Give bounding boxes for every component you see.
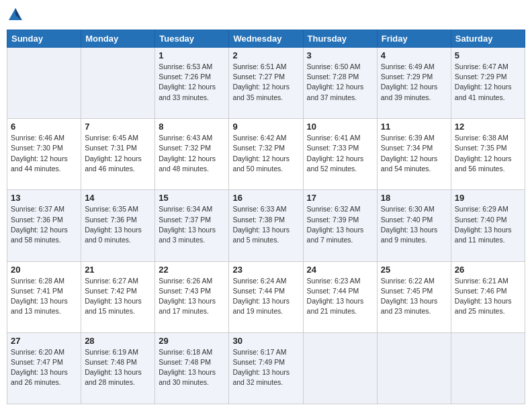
calendar-cell: 6Sunrise: 6:46 AM Sunset: 7:30 PM Daylig… (7, 119, 81, 190)
calendar-cell: 10Sunrise: 6:41 AM Sunset: 7:33 PM Dayli… (303, 119, 377, 190)
calendar-week-row: 27Sunrise: 6:20 AM Sunset: 7:47 PM Dayli… (7, 332, 525, 404)
calendar-cell (303, 332, 377, 404)
calendar-cell: 24Sunrise: 6:23 AM Sunset: 7:44 PM Dayli… (303, 261, 377, 332)
calendar-cell: 29Sunrise: 6:18 AM Sunset: 7:48 PM Dayli… (155, 332, 229, 404)
calendar-week-row: 20Sunrise: 6:28 AM Sunset: 7:41 PM Dayli… (7, 261, 525, 332)
day-info: Sunrise: 6:33 AM Sunset: 7:38 PM Dayligh… (232, 204, 299, 245)
calendar-cell: 16Sunrise: 6:33 AM Sunset: 7:38 PM Dayli… (229, 190, 303, 261)
calendar-cell (81, 48, 155, 119)
day-number: 8 (159, 122, 225, 132)
calendar-cell: 23Sunrise: 6:24 AM Sunset: 7:44 PM Dayli… (229, 261, 303, 332)
calendar-cell: 18Sunrise: 6:30 AM Sunset: 7:40 PM Dayli… (377, 190, 451, 261)
day-number: 5 (455, 50, 521, 60)
calendar-cell: 9Sunrise: 6:42 AM Sunset: 7:32 PM Daylig… (229, 119, 303, 190)
calendar-cell: 22Sunrise: 6:26 AM Sunset: 7:43 PM Dayli… (155, 261, 229, 332)
calendar-cell (7, 48, 81, 119)
day-number: 15 (159, 193, 225, 203)
weekday-header-monday: Monday (81, 30, 155, 48)
day-number: 27 (11, 336, 77, 346)
day-number: 23 (232, 265, 299, 275)
calendar-cell: 14Sunrise: 6:35 AM Sunset: 7:36 PM Dayli… (81, 190, 155, 261)
calendar-week-row: 13Sunrise: 6:37 AM Sunset: 7:36 PM Dayli… (7, 190, 525, 261)
calendar-cell: 13Sunrise: 6:37 AM Sunset: 7:36 PM Dayli… (7, 190, 81, 261)
day-number: 7 (85, 122, 151, 132)
day-number: 12 (455, 122, 521, 132)
day-info: Sunrise: 6:21 AM Sunset: 7:46 PM Dayligh… (455, 276, 521, 317)
weekday-header-thursday: Thursday (303, 30, 377, 48)
day-info: Sunrise: 6:24 AM Sunset: 7:44 PM Dayligh… (232, 276, 299, 317)
day-info: Sunrise: 6:46 AM Sunset: 7:30 PM Dayligh… (11, 133, 77, 174)
day-info: Sunrise: 6:50 AM Sunset: 7:28 PM Dayligh… (307, 62, 373, 103)
day-number: 26 (455, 265, 521, 275)
day-number: 16 (232, 193, 299, 203)
calendar-cell: 28Sunrise: 6:19 AM Sunset: 7:48 PM Dayli… (81, 332, 155, 404)
calendar-cell: 20Sunrise: 6:28 AM Sunset: 7:41 PM Dayli… (7, 261, 81, 332)
day-number: 13 (11, 193, 77, 203)
weekday-header-wednesday: Wednesday (229, 30, 303, 48)
day-number: 17 (307, 193, 373, 203)
day-info: Sunrise: 6:30 AM Sunset: 7:40 PM Dayligh… (381, 204, 447, 245)
day-number: 2 (232, 50, 299, 60)
calendar-cell: 25Sunrise: 6:22 AM Sunset: 7:45 PM Dayli… (377, 261, 451, 332)
day-number: 24 (307, 265, 373, 275)
day-info: Sunrise: 6:38 AM Sunset: 7:35 PM Dayligh… (455, 133, 521, 174)
day-info: Sunrise: 6:41 AM Sunset: 7:33 PM Dayligh… (307, 133, 373, 174)
page: SundayMondayTuesdayWednesdayThursdayFrid… (0, 0, 532, 411)
calendar-cell: 26Sunrise: 6:21 AM Sunset: 7:46 PM Dayli… (451, 261, 525, 332)
calendar-cell: 30Sunrise: 6:17 AM Sunset: 7:49 PM Dayli… (229, 332, 303, 404)
day-number: 1 (159, 50, 225, 60)
calendar-cell: 7Sunrise: 6:45 AM Sunset: 7:31 PM Daylig… (81, 119, 155, 190)
day-info: Sunrise: 6:45 AM Sunset: 7:31 PM Dayligh… (85, 133, 151, 174)
day-number: 14 (85, 193, 151, 203)
day-number: 28 (85, 336, 151, 346)
header (7, 7, 525, 24)
weekday-header-row: SundayMondayTuesdayWednesdayThursdayFrid… (7, 30, 525, 48)
day-info: Sunrise: 6:35 AM Sunset: 7:36 PM Dayligh… (85, 204, 151, 245)
calendar-week-row: 1Sunrise: 6:53 AM Sunset: 7:26 PM Daylig… (7, 48, 525, 119)
day-info: Sunrise: 6:53 AM Sunset: 7:26 PM Dayligh… (159, 62, 225, 103)
day-info: Sunrise: 6:27 AM Sunset: 7:42 PM Dayligh… (85, 276, 151, 317)
day-number: 22 (159, 265, 225, 275)
logo (7, 7, 23, 24)
day-number: 29 (159, 336, 225, 346)
day-info: Sunrise: 6:37 AM Sunset: 7:36 PM Dayligh… (11, 204, 77, 245)
day-info: Sunrise: 6:23 AM Sunset: 7:44 PM Dayligh… (307, 276, 373, 317)
logo-mark (7, 7, 23, 24)
day-info: Sunrise: 6:17 AM Sunset: 7:49 PM Dayligh… (232, 347, 299, 388)
day-info: Sunrise: 6:18 AM Sunset: 7:48 PM Dayligh… (159, 347, 225, 388)
day-info: Sunrise: 6:34 AM Sunset: 7:37 PM Dayligh… (159, 204, 225, 245)
calendar-cell: 27Sunrise: 6:20 AM Sunset: 7:47 PM Dayli… (7, 332, 81, 404)
weekday-header-saturday: Saturday (451, 30, 525, 48)
day-number: 30 (232, 336, 299, 346)
day-info: Sunrise: 6:51 AM Sunset: 7:27 PM Dayligh… (232, 62, 299, 103)
calendar-cell: 15Sunrise: 6:34 AM Sunset: 7:37 PM Dayli… (155, 190, 229, 261)
calendar-cell: 5Sunrise: 6:47 AM Sunset: 7:29 PM Daylig… (451, 48, 525, 119)
calendar-cell: 17Sunrise: 6:32 AM Sunset: 7:39 PM Dayli… (303, 190, 377, 261)
calendar-cell: 1Sunrise: 6:53 AM Sunset: 7:26 PM Daylig… (155, 48, 229, 119)
day-number: 9 (232, 122, 299, 132)
day-number: 19 (455, 193, 521, 203)
calendar-cell (451, 332, 525, 404)
day-number: 4 (381, 50, 447, 60)
day-number: 18 (381, 193, 447, 203)
calendar-cell: 21Sunrise: 6:27 AM Sunset: 7:42 PM Dayli… (81, 261, 155, 332)
day-number: 6 (11, 122, 77, 132)
day-info: Sunrise: 6:19 AM Sunset: 7:48 PM Dayligh… (85, 347, 151, 388)
calendar-week-row: 6Sunrise: 6:46 AM Sunset: 7:30 PM Daylig… (7, 119, 525, 190)
weekday-header-tuesday: Tuesday (155, 30, 229, 48)
day-info: Sunrise: 6:42 AM Sunset: 7:32 PM Dayligh… (232, 133, 299, 174)
calendar-cell: 2Sunrise: 6:51 AM Sunset: 7:27 PM Daylig… (229, 48, 303, 119)
calendar-cell (377, 332, 451, 404)
day-info: Sunrise: 6:26 AM Sunset: 7:43 PM Dayligh… (159, 276, 225, 317)
day-info: Sunrise: 6:39 AM Sunset: 7:34 PM Dayligh… (381, 133, 447, 174)
calendar-cell: 12Sunrise: 6:38 AM Sunset: 7:35 PM Dayli… (451, 119, 525, 190)
day-info: Sunrise: 6:29 AM Sunset: 7:40 PM Dayligh… (455, 204, 521, 245)
day-info: Sunrise: 6:32 AM Sunset: 7:39 PM Dayligh… (307, 204, 373, 245)
calendar-cell: 8Sunrise: 6:43 AM Sunset: 7:32 PM Daylig… (155, 119, 229, 190)
weekday-header-friday: Friday (377, 30, 451, 48)
calendar-cell: 3Sunrise: 6:50 AM Sunset: 7:28 PM Daylig… (303, 48, 377, 119)
day-info: Sunrise: 6:20 AM Sunset: 7:47 PM Dayligh… (11, 347, 77, 388)
day-info: Sunrise: 6:22 AM Sunset: 7:45 PM Dayligh… (381, 276, 447, 317)
day-number: 21 (85, 265, 151, 275)
calendar-table: SundayMondayTuesdayWednesdayThursdayFrid… (7, 30, 525, 404)
